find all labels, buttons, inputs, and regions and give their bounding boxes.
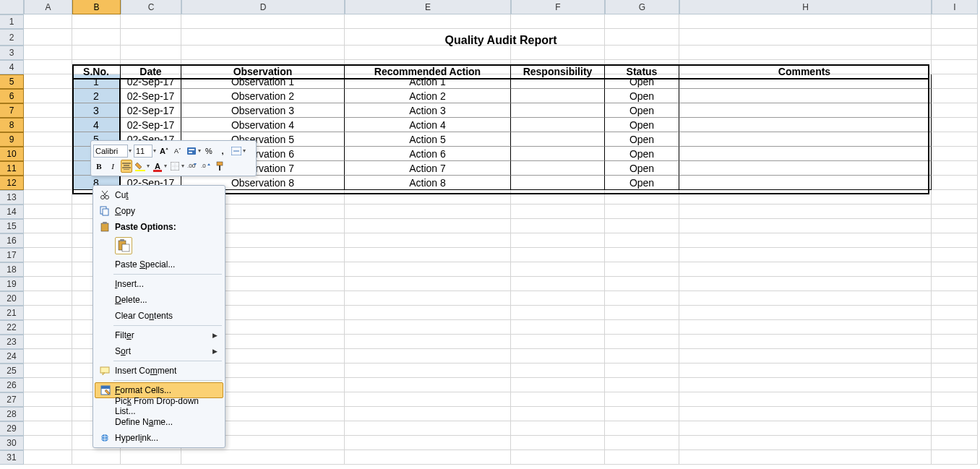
cell-A25[interactable] <box>24 363 72 378</box>
comma-button[interactable]: , <box>217 145 228 158</box>
cell-status-7[interactable]: Open <box>605 103 679 118</box>
cell-B3[interactable] <box>72 46 121 60</box>
row-header-19[interactable]: 19 <box>0 277 24 291</box>
cell-E27[interactable] <box>345 392 511 407</box>
row-header-24[interactable]: 24 <box>0 349 24 363</box>
cell-I4[interactable] <box>932 60 978 74</box>
cell-A30[interactable] <box>24 436 72 450</box>
row-header-30[interactable]: 30 <box>0 436 24 450</box>
cell-A2[interactable] <box>24 29 72 46</box>
cell-A17[interactable] <box>24 248 72 262</box>
row-header-17[interactable]: 17 <box>0 248 24 262</box>
cell-act-9[interactable]: Action 5 <box>345 132 511 147</box>
cell-status-11[interactable]: Open <box>605 161 679 176</box>
cell-F25[interactable] <box>511 363 605 378</box>
cell-B31[interactable] <box>72 450 121 465</box>
row-header-4[interactable]: 4 <box>0 60 24 74</box>
cell-E16[interactable] <box>345 233 511 248</box>
ctx-clear-contents[interactable]: Clear Contents <box>95 308 223 324</box>
cell-act-12[interactable]: Action 8 <box>345 176 511 190</box>
cell-I18[interactable] <box>932 262 978 277</box>
cell-H1[interactable] <box>679 14 932 29</box>
borders-button[interactable] <box>169 160 181 173</box>
cell-A22[interactable] <box>24 320 72 335</box>
cell-F17[interactable] <box>511 248 605 262</box>
row-header-6[interactable]: 6 <box>0 89 24 103</box>
cell-F27[interactable] <box>511 392 605 407</box>
format-painter-button[interactable] <box>214 160 225 173</box>
cell-G25[interactable] <box>605 363 679 378</box>
cell-status-12[interactable]: Open <box>605 176 679 190</box>
cell-I16[interactable] <box>932 233 978 248</box>
cell-H23[interactable] <box>679 335 932 349</box>
cell-act-6[interactable]: Action 2 <box>345 89 511 103</box>
row-header-1[interactable]: 1 <box>0 14 24 29</box>
row-header-22[interactable]: 22 <box>0 320 24 335</box>
cell-I3[interactable] <box>932 46 978 60</box>
cell-A18[interactable] <box>24 262 72 277</box>
cell-act-8[interactable]: Action 4 <box>345 118 511 132</box>
row-header-10[interactable]: 10 <box>0 147 24 161</box>
cell-F24[interactable] <box>511 349 605 363</box>
row-header-26[interactable]: 26 <box>0 378 24 392</box>
cell-G1[interactable] <box>605 14 679 29</box>
font-color-button[interactable]: A <box>152 160 163 173</box>
row-header-25[interactable]: 25 <box>0 363 24 378</box>
ctx-filter[interactable]: Filter ▶ <box>95 327 223 343</box>
th-observation[interactable]: Observation <box>181 64 345 79</box>
cell-I5[interactable] <box>932 74 978 89</box>
cell-A14[interactable] <box>24 205 72 219</box>
cell-F29[interactable] <box>511 421 605 436</box>
cell-E25[interactable] <box>345 363 511 378</box>
bold-button[interactable]: B <box>93 160 105 173</box>
cell-E19[interactable] <box>345 277 511 291</box>
cell-I30[interactable] <box>932 436 978 450</box>
cell-A23[interactable] <box>24 335 72 349</box>
cell-I8[interactable] <box>932 118 978 132</box>
cell-A26[interactable] <box>24 378 72 392</box>
cell-A16[interactable] <box>24 233 72 248</box>
row-header-14[interactable]: 14 <box>0 205 24 219</box>
cell-I29[interactable] <box>932 421 978 436</box>
row-header-16[interactable]: 16 <box>0 233 24 248</box>
cell-I14[interactable] <box>932 205 978 219</box>
row-header-23[interactable]: 23 <box>0 335 24 349</box>
cell-C31[interactable] <box>121 450 181 465</box>
font-color-dropdown-icon[interactable]: ▾ <box>164 163 167 169</box>
cell-A4[interactable] <box>24 60 72 74</box>
cell-comm-8[interactable] <box>679 118 932 132</box>
cell-H31[interactable] <box>679 450 932 465</box>
cell-H2[interactable] <box>679 29 932 46</box>
ctx-hyperlink[interactable]: Hyperlink... <box>95 430 223 446</box>
cell-E26[interactable] <box>345 378 511 392</box>
cell-H24[interactable] <box>679 349 932 363</box>
font-name-dropdown-icon[interactable]: ▾ <box>129 147 132 154</box>
col-header-g[interactable]: G <box>605 0 679 14</box>
italic-button[interactable]: I <box>107 160 119 173</box>
cell-I28[interactable] <box>932 407 978 421</box>
cell-resp-10[interactable] <box>511 147 605 161</box>
ctx-pick-from-list[interactable]: Pick From Drop-down List... <box>95 398 223 414</box>
cell-D2[interactable] <box>181 29 345 46</box>
row-header-13[interactable]: 13 <box>0 190 24 205</box>
cell-status-9[interactable]: Open <box>605 132 679 147</box>
cell-B2[interactable] <box>72 29 121 46</box>
cell-H3[interactable] <box>679 46 932 60</box>
cell-I13[interactable] <box>932 190 978 205</box>
cell-E17[interactable] <box>345 248 511 262</box>
accounting-dropdown-icon[interactable]: ▾ <box>198 147 201 154</box>
merge-dropdown-icon[interactable]: ▾ <box>243 147 246 154</box>
cell-E22[interactable] <box>345 320 511 335</box>
select-all-corner[interactable] <box>0 0 24 14</box>
cell-I22[interactable] <box>932 320 978 335</box>
cell-C1[interactable] <box>121 14 181 29</box>
cell-status-6[interactable]: Open <box>605 89 679 103</box>
col-header-i[interactable]: I <box>932 0 978 14</box>
cell-H20[interactable] <box>679 291 932 306</box>
font-size-dropdown-icon[interactable]: ▾ <box>153 147 156 154</box>
cell-H21[interactable] <box>679 306 932 320</box>
col-header-h[interactable]: H <box>679 0 932 14</box>
ctx-cut[interactable]: Cut <box>95 187 223 203</box>
cell-A11[interactable] <box>24 161 72 176</box>
cell-I21[interactable] <box>932 306 978 320</box>
